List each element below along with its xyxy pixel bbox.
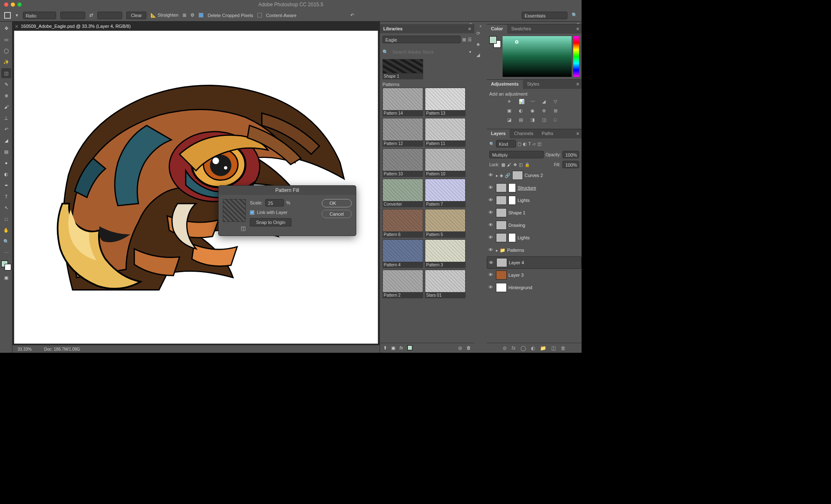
fg-color[interactable] bbox=[489, 36, 497, 44]
layer-row[interactable]: 👁Shape 1 bbox=[487, 207, 582, 219]
lock-all-icon[interactable]: 🔒 bbox=[525, 162, 530, 167]
color-tab[interactable]: Color bbox=[487, 25, 507, 34]
more-tools[interactable]: ⋯ bbox=[1, 248, 11, 258]
pattern-item[interactable]: Pattern 11 bbox=[425, 118, 466, 147]
layer-row[interactable]: 👁Lights bbox=[487, 194, 582, 207]
add-folder-icon[interactable]: ▣ bbox=[391, 345, 395, 351]
delete-layer-icon[interactable]: 🗑 bbox=[561, 345, 566, 351]
delete-cropped-checkbox[interactable] bbox=[199, 13, 203, 17]
clear-button[interactable]: Clear bbox=[126, 12, 146, 19]
marquee-tool[interactable]: ▭ bbox=[1, 34, 11, 44]
layer-row[interactable]: 👁Structure bbox=[487, 182, 582, 194]
dodge-tool[interactable]: ◐ bbox=[1, 169, 11, 179]
link-checkbox[interactable]: ✓ bbox=[250, 210, 254, 215]
layer-row[interactable]: 👁▸◈🔗Curves 2 bbox=[487, 169, 582, 182]
pattern-item[interactable]: Pattern 10 bbox=[382, 148, 423, 177]
eraser-tool[interactable]: ◢ bbox=[1, 135, 11, 145]
visibility-icon[interactable]: 👁 bbox=[488, 285, 494, 290]
history-icon[interactable]: ⟳ bbox=[476, 31, 485, 39]
width-input[interactable] bbox=[60, 12, 85, 19]
pattern-item[interactable]: Pattern 5 bbox=[425, 209, 466, 238]
properties-icon[interactable]: ◈ bbox=[476, 42, 485, 50]
window-maximize[interactable] bbox=[17, 2, 22, 7]
layers-tab[interactable]: Layers bbox=[487, 129, 510, 138]
adjustments-tab[interactable]: Adjustments bbox=[487, 80, 523, 89]
hand-tool[interactable]: ✋ bbox=[1, 225, 11, 235]
gradient-tool[interactable]: ▤ bbox=[1, 147, 11, 157]
move-tool[interactable]: ✥ bbox=[1, 23, 11, 33]
visibility-icon[interactable]: 👁 bbox=[488, 197, 494, 203]
healing-tool[interactable]: ⊕ bbox=[1, 91, 11, 101]
exposure-icon[interactable]: ◢ bbox=[542, 99, 550, 106]
opacity-input[interactable]: 100% bbox=[562, 151, 579, 158]
filter-shape-icon[interactable]: ▱ bbox=[533, 142, 536, 146]
lock-transparent-icon[interactable]: ▩ bbox=[501, 162, 505, 167]
cancel-button[interactable]: Cancel bbox=[322, 210, 352, 218]
brightness-icon[interactable]: ☀ bbox=[507, 99, 515, 106]
content-aware-checkbox[interactable] bbox=[257, 13, 262, 17]
kind-filter[interactable]: Kind bbox=[496, 140, 516, 148]
library-select[interactable]: Eagle bbox=[382, 36, 461, 43]
color-swatch-icon[interactable] bbox=[407, 345, 412, 350]
crop-tool[interactable]: ◫ bbox=[1, 68, 11, 78]
styles-tab[interactable]: Styles bbox=[523, 80, 544, 89]
pattern-item[interactable]: Pattern 3 bbox=[425, 239, 466, 268]
wand-tool[interactable]: ✨ bbox=[1, 57, 11, 67]
filter-type-icon[interactable]: T bbox=[528, 142, 531, 146]
swatches-tab[interactable]: Swatches bbox=[507, 25, 535, 34]
photo-filter-icon[interactable]: ◉ bbox=[530, 108, 538, 116]
upload-icon[interactable]: ⬆ bbox=[383, 345, 387, 351]
scale-input[interactable]: 25 bbox=[265, 199, 284, 207]
lock-paint-icon[interactable]: 🖌 bbox=[507, 162, 511, 167]
layer-row[interactable]: 👁Hintergrund bbox=[487, 281, 582, 294]
lock-artboard-icon[interactable]: ◫ bbox=[519, 162, 523, 167]
lasso-tool[interactable]: ◯ bbox=[1, 46, 11, 56]
window-minimize[interactable] bbox=[11, 2, 15, 7]
reset-icon[interactable]: ↶ bbox=[350, 12, 354, 18]
gradient-map-icon[interactable]: ◫ bbox=[542, 117, 550, 125]
shape-item[interactable]: Shape 1 bbox=[382, 74, 423, 79]
layer-row[interactable]: 👁Drawing bbox=[487, 219, 582, 231]
visibility-icon[interactable]: 👁 bbox=[488, 235, 494, 241]
layer-row[interactable]: 👁Lights bbox=[487, 231, 582, 244]
pattern-item[interactable]: Pattern 2 bbox=[382, 270, 423, 298]
pattern-item[interactable]: Pattern 12 bbox=[382, 118, 423, 147]
brush-tool[interactable]: 🖌 bbox=[1, 102, 11, 112]
paths-tab[interactable]: Paths bbox=[538, 129, 557, 138]
quickmask-tool[interactable]: ▣ bbox=[1, 273, 11, 283]
layer-row[interactable]: 👁Layer 4 bbox=[487, 256, 582, 269]
grid-view-icon[interactable]: ⊞ bbox=[462, 37, 466, 42]
color-menu-icon[interactable]: ≡ bbox=[574, 25, 582, 34]
stock-search-input[interactable] bbox=[390, 48, 467, 56]
cc-icon[interactable]: ◎ bbox=[458, 345, 462, 351]
visibility-icon[interactable]: 👁 bbox=[488, 247, 494, 253]
hue-slider[interactable] bbox=[573, 36, 579, 77]
visibility-icon[interactable]: 👁 bbox=[488, 222, 494, 228]
bg-swatch[interactable] bbox=[5, 264, 11, 270]
snap-button[interactable]: Snap to Origin bbox=[250, 218, 291, 226]
mask-icon[interactable]: ◯ bbox=[520, 345, 526, 351]
fill-input[interactable]: 100% bbox=[562, 161, 579, 168]
history-brush-tool[interactable]: ↶ bbox=[1, 124, 11, 134]
hue-icon[interactable]: ▣ bbox=[507, 108, 515, 116]
straighten-button[interactable]: 📐 Straighten bbox=[150, 12, 178, 18]
workspace-dropdown[interactable]: Essentials bbox=[522, 12, 567, 19]
pattern-item[interactable]: Pattern 4 bbox=[382, 239, 423, 268]
pattern-item[interactable]: Pattern 7 bbox=[425, 179, 466, 207]
eyedropper-tool[interactable]: ✎ bbox=[1, 79, 11, 89]
visibility-icon[interactable]: 👁 bbox=[488, 272, 494, 278]
pattern-item[interactable]: Pattern 10 bbox=[425, 148, 466, 177]
new-layer-icon[interactable]: ◫ bbox=[551, 345, 556, 351]
search-icon[interactable]: 🔍 bbox=[572, 12, 577, 18]
list-view-icon[interactable]: ☰ bbox=[468, 37, 472, 42]
threshold-icon[interactable]: ◨ bbox=[530, 117, 538, 125]
blend-mode[interactable]: Multiply bbox=[489, 151, 544, 158]
height-input[interactable] bbox=[97, 12, 122, 19]
brush-preset-icon[interactable]: ◢ bbox=[476, 52, 485, 61]
zoom-tool[interactable]: 🔍 bbox=[1, 236, 11, 246]
pattern-item[interactable]: Converter bbox=[382, 179, 423, 207]
pattern-item[interactable]: Stars 01 bbox=[425, 270, 466, 298]
posterize-icon[interactable]: ▤ bbox=[519, 117, 526, 125]
type-tool[interactable]: T bbox=[1, 192, 11, 202]
visibility-icon[interactable]: 👁 bbox=[488, 172, 494, 178]
